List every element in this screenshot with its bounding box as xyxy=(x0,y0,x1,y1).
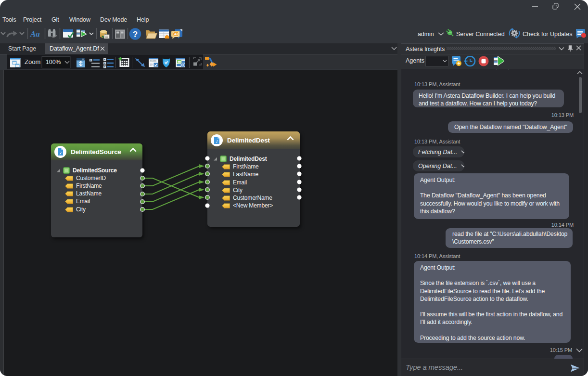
svg-text:Server Connected: Server Connected xyxy=(456,31,505,38)
svg-text:Check for Updates: Check for Updates xyxy=(523,31,573,38)
svg-text:100%: 100% xyxy=(46,59,61,65)
svg-text:admin: admin xyxy=(418,31,434,38)
svg-text:10: 10 xyxy=(150,63,153,66)
svg-text:?: ? xyxy=(133,30,138,39)
svg-text:AI: AI xyxy=(174,32,178,36)
svg-text:Aa: Aa xyxy=(30,29,40,39)
svg-text:Zoom: Zoom xyxy=(25,58,40,65)
svg-text:01001: 01001 xyxy=(150,60,157,63)
